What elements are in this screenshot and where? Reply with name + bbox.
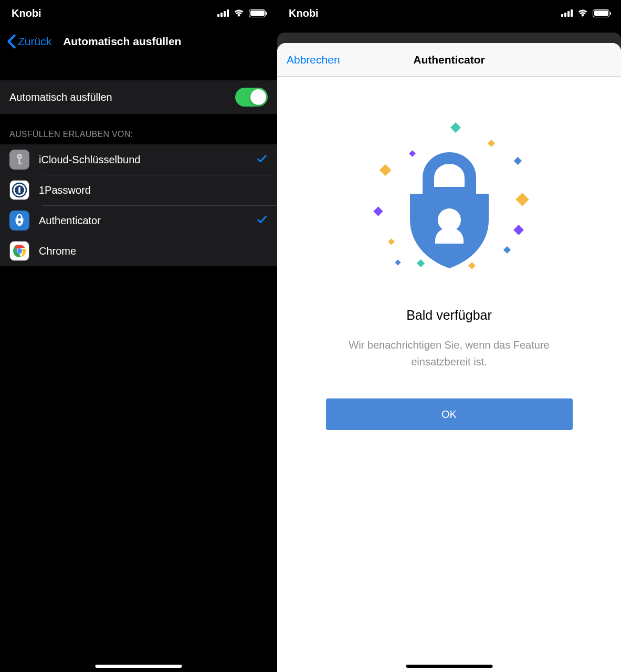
home-indicator[interactable] <box>406 665 492 668</box>
app-row-icloud[interactable]: iCloud-Schlüsselbund <box>0 144 277 175</box>
sparkle-icon <box>379 164 391 176</box>
key-icon <box>9 150 29 170</box>
sparkle-icon <box>373 206 383 216</box>
chrome-icon <box>9 241 29 261</box>
signal-icon <box>217 9 229 17</box>
svg-rect-3 <box>19 163 22 164</box>
coming-soon-subtitle: Wir benachrichtigen Sie, wenn das Featur… <box>334 337 565 370</box>
status-bar: Knobi <box>0 0 277 26</box>
app-label: Chrome <box>39 245 268 257</box>
status-bar: Knobi <box>277 0 621 26</box>
autofill-toggle-row[interactable]: Automatisch ausfüllen <box>0 80 277 114</box>
status-icons <box>217 7 266 19</box>
modal-header: Abbrechen Authenticator <box>277 43 621 77</box>
app-label: Authenticator <box>39 215 256 227</box>
battery-icon <box>249 9 266 17</box>
modal-title: Authenticator <box>413 54 485 66</box>
autofill-switch[interactable] <box>235 88 268 107</box>
settings-body: Automatisch ausfüllen AUSFÜLLEN ERLAUBEN… <box>0 57 277 672</box>
check-icon <box>256 153 268 166</box>
app-row-chrome[interactable]: Chrome <box>0 236 277 266</box>
svg-point-11 <box>18 249 22 253</box>
app-label: 1Password <box>39 184 268 196</box>
svg-point-7 <box>18 221 21 224</box>
home-indicator[interactable] <box>96 665 182 668</box>
nav-bar: Zurück Automatisch ausfüllen <box>0 26 277 57</box>
allowed-apps-list: iCloud-Schlüsselbund 1Password Authentic… <box>0 144 277 266</box>
authenticator-icon <box>9 211 29 230</box>
modal-body: Bald verfügbar Wir benachrichtigen Sie, … <box>277 77 621 672</box>
sparkle-icon <box>450 122 461 133</box>
section-header: AUSFÜLLEN ERLAUBEN VON: <box>0 114 277 144</box>
autofill-toggle-label: Automatisch ausfüllen <box>9 91 112 103</box>
wifi-icon <box>577 7 588 19</box>
battery-icon <box>593 9 609 17</box>
left-screenshot: Knobi Zurück Automatisch ausfüllen Autom… <box>0 0 277 672</box>
svg-rect-6 <box>18 187 20 193</box>
app-row-authenticator[interactable]: Authenticator <box>0 205 277 236</box>
status-icons <box>561 7 609 19</box>
shield-lock-icon <box>399 148 499 268</box>
onepassword-icon <box>9 180 29 200</box>
sparkle-icon <box>513 225 524 235</box>
sparkle-icon <box>503 246 510 254</box>
svg-point-1 <box>18 155 20 158</box>
right-screenshot: Knobi Abbrechen Authenticator <box>277 0 621 672</box>
nav-title: Automatisch ausfüllen <box>51 35 271 48</box>
lock-shield-illustration <box>360 119 539 297</box>
signal-icon <box>561 9 573 17</box>
carrier-label: Knobi <box>12 7 41 19</box>
back-button[interactable]: Zurück <box>6 34 51 49</box>
cancel-button[interactable]: Abbrechen <box>287 54 340 66</box>
app-label: iCloud-Schlüsselbund <box>39 154 256 166</box>
carrier-label: Knobi <box>289 7 319 19</box>
app-row-1password[interactable]: 1Password <box>0 175 277 205</box>
authenticator-modal: Abbrechen Authenticator <box>277 43 621 672</box>
wifi-icon <box>233 7 245 19</box>
ok-button[interactable]: OK <box>326 398 573 430</box>
check-icon <box>256 214 268 227</box>
back-label: Zurück <box>18 35 51 48</box>
sparkle-icon <box>513 157 522 165</box>
sparkle-icon <box>487 140 494 147</box>
coming-soon-heading: Bald verfügbar <box>406 308 492 323</box>
sparkle-icon <box>388 238 395 245</box>
sparkle-icon <box>515 193 529 206</box>
